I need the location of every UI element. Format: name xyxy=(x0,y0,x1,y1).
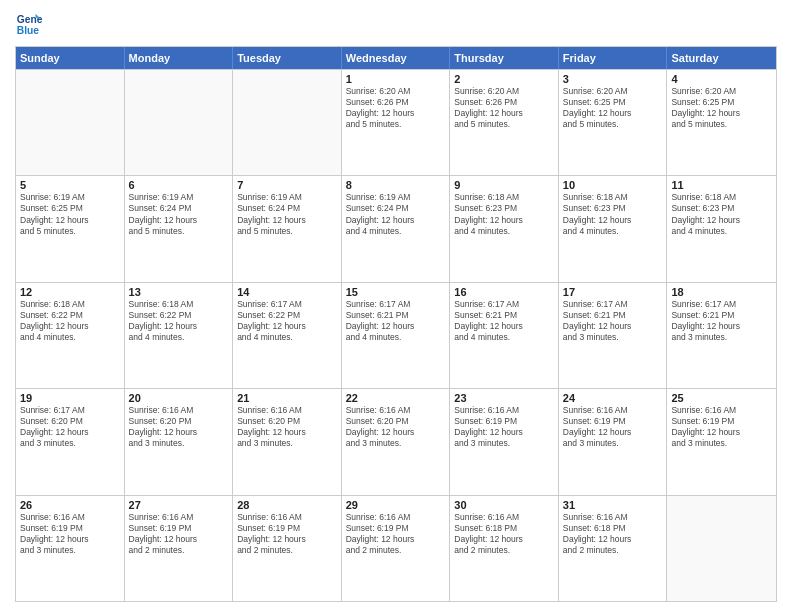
day-number: 4 xyxy=(671,73,772,85)
day-info: Sunrise: 6:20 AM Sunset: 6:26 PM Dayligh… xyxy=(346,86,446,130)
calendar-cell: 9Sunrise: 6:18 AM Sunset: 6:23 PM Daylig… xyxy=(450,176,559,281)
day-info: Sunrise: 6:20 AM Sunset: 6:25 PM Dayligh… xyxy=(671,86,772,130)
day-number: 22 xyxy=(346,392,446,404)
day-number: 24 xyxy=(563,392,663,404)
day-info: Sunrise: 6:19 AM Sunset: 6:24 PM Dayligh… xyxy=(129,192,229,236)
calendar-header: SundayMondayTuesdayWednesdayThursdayFrid… xyxy=(16,47,776,69)
calendar-cell: 26Sunrise: 6:16 AM Sunset: 6:19 PM Dayli… xyxy=(16,496,125,601)
day-number: 19 xyxy=(20,392,120,404)
day-number: 31 xyxy=(563,499,663,511)
day-number: 10 xyxy=(563,179,663,191)
day-info: Sunrise: 6:18 AM Sunset: 6:23 PM Dayligh… xyxy=(671,192,772,236)
day-info: Sunrise: 6:16 AM Sunset: 6:18 PM Dayligh… xyxy=(563,512,663,556)
header-cell-tuesday: Tuesday xyxy=(233,47,342,69)
day-info: Sunrise: 6:17 AM Sunset: 6:20 PM Dayligh… xyxy=(20,405,120,449)
logo: General Blue xyxy=(15,10,43,38)
day-number: 29 xyxy=(346,499,446,511)
day-number: 2 xyxy=(454,73,554,85)
day-number: 15 xyxy=(346,286,446,298)
calendar-cell: 23Sunrise: 6:16 AM Sunset: 6:19 PM Dayli… xyxy=(450,389,559,494)
calendar-cell: 7Sunrise: 6:19 AM Sunset: 6:24 PM Daylig… xyxy=(233,176,342,281)
calendar-cell: 16Sunrise: 6:17 AM Sunset: 6:21 PM Dayli… xyxy=(450,283,559,388)
calendar-cell: 25Sunrise: 6:16 AM Sunset: 6:19 PM Dayli… xyxy=(667,389,776,494)
day-number: 13 xyxy=(129,286,229,298)
svg-text:General: General xyxy=(17,14,43,25)
day-number: 5 xyxy=(20,179,120,191)
calendar-cell: 30Sunrise: 6:16 AM Sunset: 6:18 PM Dayli… xyxy=(450,496,559,601)
header-cell-sunday: Sunday xyxy=(16,47,125,69)
day-info: Sunrise: 6:16 AM Sunset: 6:19 PM Dayligh… xyxy=(346,512,446,556)
calendar-cell: 19Sunrise: 6:17 AM Sunset: 6:20 PM Dayli… xyxy=(16,389,125,494)
day-info: Sunrise: 6:16 AM Sunset: 6:19 PM Dayligh… xyxy=(454,405,554,449)
day-number: 20 xyxy=(129,392,229,404)
logo-icon: General Blue xyxy=(15,10,43,38)
day-number: 11 xyxy=(671,179,772,191)
calendar-cell xyxy=(233,70,342,175)
day-number: 27 xyxy=(129,499,229,511)
calendar-cell: 18Sunrise: 6:17 AM Sunset: 6:21 PM Dayli… xyxy=(667,283,776,388)
calendar-cell: 17Sunrise: 6:17 AM Sunset: 6:21 PM Dayli… xyxy=(559,283,668,388)
header-cell-monday: Monday xyxy=(125,47,234,69)
day-info: Sunrise: 6:17 AM Sunset: 6:21 PM Dayligh… xyxy=(563,299,663,343)
calendar-cell: 20Sunrise: 6:16 AM Sunset: 6:20 PM Dayli… xyxy=(125,389,234,494)
calendar-cell: 27Sunrise: 6:16 AM Sunset: 6:19 PM Dayli… xyxy=(125,496,234,601)
day-info: Sunrise: 6:17 AM Sunset: 6:22 PM Dayligh… xyxy=(237,299,337,343)
day-info: Sunrise: 6:17 AM Sunset: 6:21 PM Dayligh… xyxy=(346,299,446,343)
calendar-cell: 10Sunrise: 6:18 AM Sunset: 6:23 PM Dayli… xyxy=(559,176,668,281)
day-info: Sunrise: 6:16 AM Sunset: 6:20 PM Dayligh… xyxy=(346,405,446,449)
day-info: Sunrise: 6:16 AM Sunset: 6:19 PM Dayligh… xyxy=(671,405,772,449)
day-info: Sunrise: 6:18 AM Sunset: 6:22 PM Dayligh… xyxy=(129,299,229,343)
header: General Blue xyxy=(15,10,777,38)
header-cell-friday: Friday xyxy=(559,47,668,69)
header-cell-thursday: Thursday xyxy=(450,47,559,69)
calendar-row-4: 19Sunrise: 6:17 AM Sunset: 6:20 PM Dayli… xyxy=(16,388,776,494)
calendar-cell: 15Sunrise: 6:17 AM Sunset: 6:21 PM Dayli… xyxy=(342,283,451,388)
day-number: 28 xyxy=(237,499,337,511)
day-info: Sunrise: 6:16 AM Sunset: 6:19 PM Dayligh… xyxy=(129,512,229,556)
day-info: Sunrise: 6:19 AM Sunset: 6:24 PM Dayligh… xyxy=(237,192,337,236)
day-number: 23 xyxy=(454,392,554,404)
day-info: Sunrise: 6:17 AM Sunset: 6:21 PM Dayligh… xyxy=(454,299,554,343)
day-number: 9 xyxy=(454,179,554,191)
day-number: 26 xyxy=(20,499,120,511)
day-info: Sunrise: 6:16 AM Sunset: 6:19 PM Dayligh… xyxy=(237,512,337,556)
calendar-cell: 22Sunrise: 6:16 AM Sunset: 6:20 PM Dayli… xyxy=(342,389,451,494)
day-number: 12 xyxy=(20,286,120,298)
day-info: Sunrise: 6:20 AM Sunset: 6:26 PM Dayligh… xyxy=(454,86,554,130)
calendar-cell: 3Sunrise: 6:20 AM Sunset: 6:25 PM Daylig… xyxy=(559,70,668,175)
day-info: Sunrise: 6:16 AM Sunset: 6:19 PM Dayligh… xyxy=(20,512,120,556)
calendar-cell: 29Sunrise: 6:16 AM Sunset: 6:19 PM Dayli… xyxy=(342,496,451,601)
day-info: Sunrise: 6:18 AM Sunset: 6:23 PM Dayligh… xyxy=(563,192,663,236)
calendar-row-5: 26Sunrise: 6:16 AM Sunset: 6:19 PM Dayli… xyxy=(16,495,776,601)
calendar-cell xyxy=(667,496,776,601)
header-cell-saturday: Saturday xyxy=(667,47,776,69)
svg-text:Blue: Blue xyxy=(17,25,40,36)
calendar-cell: 8Sunrise: 6:19 AM Sunset: 6:24 PM Daylig… xyxy=(342,176,451,281)
calendar-cell: 6Sunrise: 6:19 AM Sunset: 6:24 PM Daylig… xyxy=(125,176,234,281)
calendar-cell: 11Sunrise: 6:18 AM Sunset: 6:23 PM Dayli… xyxy=(667,176,776,281)
calendar-cell: 4Sunrise: 6:20 AM Sunset: 6:25 PM Daylig… xyxy=(667,70,776,175)
day-number: 14 xyxy=(237,286,337,298)
day-info: Sunrise: 6:16 AM Sunset: 6:20 PM Dayligh… xyxy=(237,405,337,449)
header-cell-wednesday: Wednesday xyxy=(342,47,451,69)
calendar-row-2: 5Sunrise: 6:19 AM Sunset: 6:25 PM Daylig… xyxy=(16,175,776,281)
day-info: Sunrise: 6:19 AM Sunset: 6:25 PM Dayligh… xyxy=(20,192,120,236)
calendar-cell: 2Sunrise: 6:20 AM Sunset: 6:26 PM Daylig… xyxy=(450,70,559,175)
calendar-cell: 12Sunrise: 6:18 AM Sunset: 6:22 PM Dayli… xyxy=(16,283,125,388)
calendar-cell: 31Sunrise: 6:16 AM Sunset: 6:18 PM Dayli… xyxy=(559,496,668,601)
calendar-cell xyxy=(125,70,234,175)
day-number: 7 xyxy=(237,179,337,191)
calendar: SundayMondayTuesdayWednesdayThursdayFrid… xyxy=(15,46,777,602)
calendar-cell: 13Sunrise: 6:18 AM Sunset: 6:22 PM Dayli… xyxy=(125,283,234,388)
calendar-cell: 14Sunrise: 6:17 AM Sunset: 6:22 PM Dayli… xyxy=(233,283,342,388)
day-number: 30 xyxy=(454,499,554,511)
day-number: 16 xyxy=(454,286,554,298)
calendar-cell xyxy=(16,70,125,175)
day-info: Sunrise: 6:16 AM Sunset: 6:19 PM Dayligh… xyxy=(563,405,663,449)
day-info: Sunrise: 6:20 AM Sunset: 6:25 PM Dayligh… xyxy=(563,86,663,130)
calendar-cell: 5Sunrise: 6:19 AM Sunset: 6:25 PM Daylig… xyxy=(16,176,125,281)
day-number: 1 xyxy=(346,73,446,85)
day-info: Sunrise: 6:16 AM Sunset: 6:20 PM Dayligh… xyxy=(129,405,229,449)
day-info: Sunrise: 6:17 AM Sunset: 6:21 PM Dayligh… xyxy=(671,299,772,343)
day-number: 6 xyxy=(129,179,229,191)
